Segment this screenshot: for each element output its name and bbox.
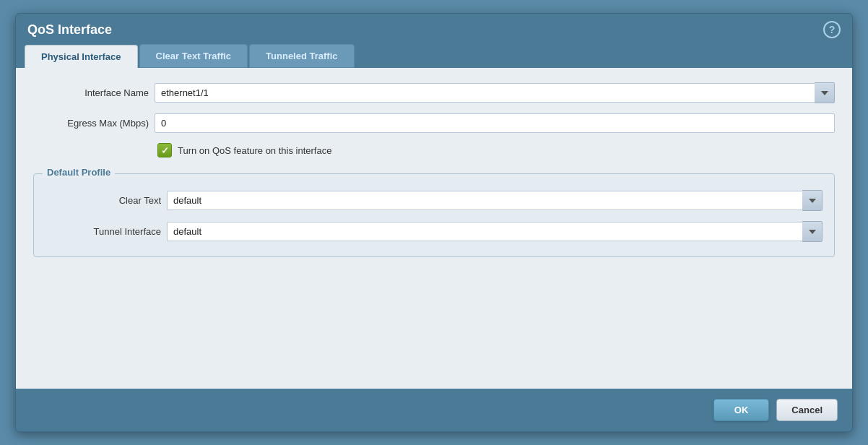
tunnel-interface-select-wrap: default	[167, 221, 823, 242]
dialog-footer: OK Cancel	[16, 389, 852, 431]
dialog-title: QoS Interface	[27, 22, 112, 38]
qos-checkbox-row: ✓ Turn on QoS feature on this interface	[157, 143, 835, 157]
interface-name-label: Interface Name	[33, 87, 149, 98]
tunnel-interface-label: Tunnel Interface	[45, 226, 161, 237]
clear-text-control: default	[167, 190, 823, 211]
tabs-row: Physical Interface Clear Text Traffic Tu…	[16, 44, 852, 68]
tunnel-interface-dropdown-btn[interactable]	[802, 221, 823, 242]
qos-interface-dialog: QoS Interface ? Physical Interface Clear…	[15, 13, 853, 432]
tunnel-interface-input[interactable]: default	[167, 222, 802, 241]
group-content: Clear Text default Tunnel Interface	[45, 190, 823, 245]
chevron-down-icon	[809, 230, 816, 234]
clear-text-input[interactable]: default	[167, 191, 802, 210]
ok-button[interactable]: OK	[713, 399, 770, 421]
tab-clear-text-traffic[interactable]: Clear Text Traffic	[139, 44, 248, 68]
checkmark-icon: ✓	[161, 146, 169, 155]
clear-text-row: Clear Text default	[45, 190, 823, 211]
clear-text-dropdown-btn[interactable]	[802, 190, 823, 211]
tunnel-interface-control: default	[167, 221, 823, 242]
tab-physical-interface[interactable]: Physical Interface	[25, 45, 138, 68]
chevron-down-icon	[821, 91, 828, 95]
egress-max-label: Egress Max (Mbps)	[33, 118, 149, 129]
interface-name-select-wrap: ethernet1/1	[155, 82, 835, 103]
chevron-down-icon	[809, 199, 816, 203]
interface-name-dropdown-btn[interactable]	[815, 82, 835, 103]
clear-text-label: Clear Text	[45, 195, 161, 206]
default-profile-title: Default Profile	[43, 167, 115, 178]
help-icon[interactable]: ?	[823, 21, 841, 38]
egress-max-row: Egress Max (Mbps) 0	[33, 113, 835, 133]
qos-checkbox-label: Turn on QoS feature on this interface	[178, 145, 331, 156]
egress-max-control: 0	[155, 113, 835, 133]
cancel-button[interactable]: Cancel	[776, 399, 838, 421]
interface-name-row: Interface Name ethernet1/1	[33, 82, 835, 103]
clear-text-select-wrap: default	[167, 190, 823, 211]
dialog-body: Interface Name ethernet1/1 Egress Max (M…	[16, 68, 852, 389]
interface-name-input[interactable]: ethernet1/1	[155, 83, 815, 103]
qos-checkbox[interactable]: ✓	[157, 143, 172, 157]
default-profile-group: Default Profile Clear Text default	[33, 173, 835, 257]
tunnel-interface-row: Tunnel Interface default	[45, 221, 823, 242]
tab-tunneled-traffic[interactable]: Tunneled Traffic	[249, 44, 354, 68]
interface-name-control: ethernet1/1	[155, 82, 835, 103]
egress-max-input[interactable]: 0	[155, 113, 835, 133]
dialog-header: QoS Interface ?	[16, 14, 852, 44]
